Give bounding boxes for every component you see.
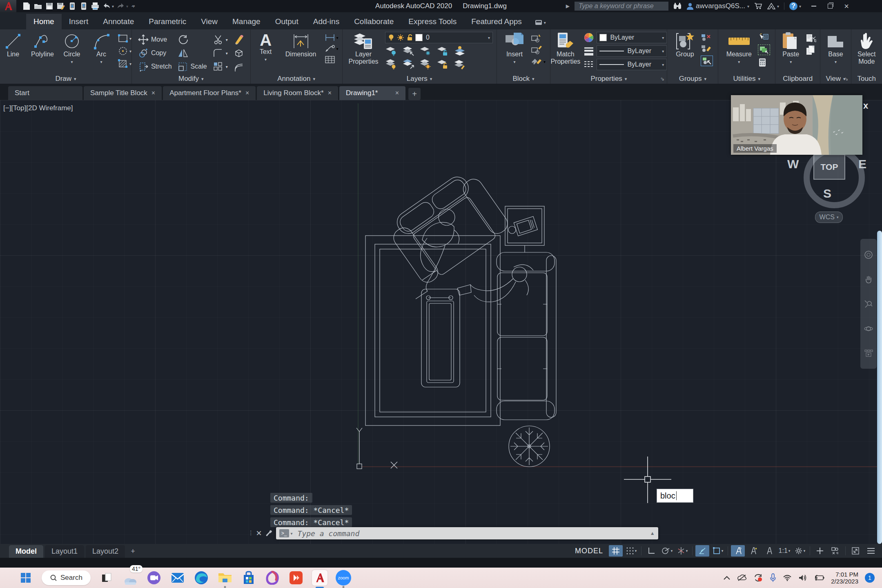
restore-button[interactable]	[826, 2, 834, 10]
layer-isolate-button[interactable]	[402, 46, 414, 56]
ellipse-button[interactable]: ▾	[118, 46, 131, 56]
taskbar-clock[interactable]: 7:01 PM 2/23/2023	[831, 571, 858, 585]
workspace-switching-gear[interactable]: ▾	[793, 545, 807, 557]
quick-select-button[interactable]	[758, 33, 770, 42]
customization-menu[interactable]	[864, 545, 878, 557]
webcam-close-icon[interactable]: x	[863, 100, 868, 111]
dimension-button[interactable]: Dimension	[281, 32, 321, 58]
layer-select-combo[interactable]: 0 ▾	[385, 32, 493, 43]
layout1-tab[interactable]: Layout1	[45, 545, 84, 558]
doc-tab-apartment-floor-plans[interactable]: Apartment Floor Plans*×	[163, 86, 256, 100]
tab-home[interactable]: Home	[26, 14, 62, 29]
wcs-dropdown[interactable]: WCS▾	[815, 212, 843, 223]
close-tab-icon[interactable]: ×	[395, 89, 399, 97]
tab-view[interactable]: View	[194, 14, 225, 29]
pan-hand-icon[interactable]	[864, 275, 873, 284]
isometric-drafting-toggle[interactable]: ▾	[675, 545, 689, 557]
utilities-panel-label[interactable]: Utilities▾	[718, 74, 775, 84]
layer-unlock-button[interactable]	[437, 59, 449, 69]
cut-button[interactable]	[806, 33, 816, 42]
open-icon[interactable]	[33, 2, 42, 11]
doc-tab-drawing1[interactable]: Drawing1*×	[339, 86, 405, 100]
command-recent-caret[interactable]: ▾	[291, 531, 293, 536]
layers-panel-label[interactable]: Layers▾	[343, 74, 497, 84]
tab-manage[interactable]: Manage	[225, 14, 268, 29]
offset-button[interactable]	[234, 61, 244, 72]
annotation-scale-icon[interactable]	[762, 545, 776, 557]
red-diamond-app[interactable]	[288, 570, 304, 586]
copy-clip-button[interactable]	[806, 45, 816, 55]
webcam-overlay[interactable]: Albert Vargas	[731, 95, 862, 155]
block-panel-label[interactable]: Block▾	[497, 74, 550, 84]
circle-button[interactable]: Circle▾	[59, 32, 85, 66]
rotate-button[interactable]	[178, 34, 207, 45]
annotation-scale-value[interactable]: 1:1▾	[777, 545, 791, 557]
mirror-button[interactable]	[178, 48, 207, 58]
table-button[interactable]	[325, 56, 339, 64]
microsoft-store[interactable]	[241, 570, 256, 586]
save-to-mobile-icon[interactable]	[68, 2, 77, 11]
command-expand-caret[interactable]: ▲	[650, 530, 655, 536]
edge-browser[interactable]	[194, 570, 209, 586]
draw-panel-label[interactable]: Draw▾	[0, 74, 131, 84]
dynamic-input-field[interactable]: bloc	[657, 489, 693, 503]
viewcube-east[interactable]: E	[858, 157, 866, 171]
define-attributes-button[interactable]: ▾	[531, 57, 546, 66]
new-drawing-icon[interactable]	[22, 2, 31, 11]
object-color-combo[interactable]: ByLayer▾	[597, 32, 667, 43]
hatch-button[interactable]: ▾	[118, 59, 131, 69]
speaker-icon[interactable]	[798, 574, 807, 581]
wifi-icon[interactable]	[783, 575, 792, 581]
command-input-bar[interactable]: >_ ▾ Type a command ▲	[276, 527, 658, 539]
properties-panel-label[interactable]: Properties▾	[550, 74, 667, 84]
autocad-taskbar-app[interactable]	[312, 570, 327, 586]
grid-toggle[interactable]	[609, 545, 623, 557]
text-button[interactable]: A Text▾	[254, 32, 277, 63]
battery-charging-icon[interactable]	[814, 575, 824, 581]
select-similar-button[interactable]	[758, 45, 770, 55]
app-store-cart-icon[interactable]	[754, 2, 762, 10]
polar-tracking-toggle[interactable]: ▾	[660, 545, 674, 557]
line-button[interactable]: Line	[0, 32, 26, 58]
polyline-button[interactable]: Polyline	[29, 32, 56, 58]
close-tab-icon[interactable]: ×	[245, 89, 249, 97]
search-binoculars-icon[interactable]	[673, 2, 682, 10]
arc-button[interactable]: Arc▾	[88, 32, 114, 66]
layer-combo-caret[interactable]: ▾	[486, 36, 492, 40]
explode-button[interactable]	[234, 48, 244, 58]
tab-collaborate[interactable]: Collaborate	[347, 14, 401, 29]
group-button[interactable]: Group	[672, 32, 697, 58]
linetype-combo[interactable]: ByLayer▾	[597, 59, 667, 70]
trim-button[interactable]: ▾	[213, 34, 228, 45]
mail-app[interactable]	[170, 570, 185, 586]
tab-add-ins[interactable]: Add-ins	[306, 14, 347, 29]
layer-off-button[interactable]	[385, 46, 397, 56]
array-button[interactable]: ▾	[213, 61, 228, 72]
tab-output[interactable]: Output	[268, 14, 306, 29]
move-button[interactable]: Move	[138, 34, 172, 45]
doc-tab-start[interactable]: Start	[8, 86, 82, 100]
layer-freeze-button[interactable]	[419, 46, 432, 56]
viewcube-south[interactable]: S	[823, 187, 831, 200]
layer-on-button[interactable]	[385, 59, 397, 69]
annotation-visibility-toggle[interactable]	[731, 545, 745, 557]
ungroup-button[interactable]	[701, 33, 713, 42]
search-expand-arrow[interactable]: ▶	[566, 3, 570, 9]
zoom-app[interactable]: zoom	[336, 570, 351, 586]
viewcube-top-face[interactable]: TOP	[813, 154, 845, 180]
isolate-objects-toggle[interactable]	[829, 545, 842, 557]
modify-panel-label[interactable]: Modify▾	[132, 74, 250, 84]
start-button[interactable]	[18, 570, 33, 586]
onedrive-paused-icon[interactable]	[737, 574, 747, 581]
keyword-search-input[interactable]: Type a keyword or phrase	[575, 2, 668, 11]
stretch-button[interactable]: Stretch	[138, 61, 172, 72]
signed-in-user[interactable]: awvargasQ6S... ▾	[686, 2, 749, 10]
orbit-icon[interactable]	[864, 324, 873, 333]
layer-lock-button[interactable]	[437, 46, 449, 56]
model-space-canvas[interactable]: [−][Top][2D Wireframe]	[0, 100, 882, 544]
navigation-bar[interactable]	[860, 239, 877, 369]
save-icon[interactable]	[45, 2, 54, 11]
show-motion-icon[interactable]	[864, 349, 873, 358]
layer-unisolate-button[interactable]	[402, 59, 414, 69]
minimize-button[interactable]	[810, 2, 817, 10]
